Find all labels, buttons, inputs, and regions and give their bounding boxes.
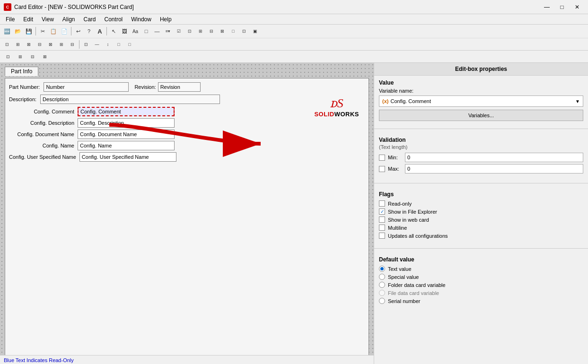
flag-webcard-row: Show in web card xyxy=(379,217,583,223)
description-input[interactable] xyxy=(40,95,220,104)
card-content: Part Number: Revision: Description: Conf… xyxy=(5,78,369,360)
radio-file-card xyxy=(379,290,385,296)
webcard-label: Show in web card xyxy=(388,217,429,223)
tb-paste[interactable]: 📄 xyxy=(59,26,70,36)
snap-4[interactable]: ⊠ xyxy=(40,52,50,62)
tb-save[interactable]: 💾 xyxy=(24,26,34,36)
config-name-label: Config. Name xyxy=(9,143,78,148)
menu-item-control[interactable]: Control xyxy=(101,15,127,24)
works-text: WORKS xyxy=(334,111,359,118)
menu-item-edit[interactable]: Edit xyxy=(19,15,37,24)
tb2-sep xyxy=(79,40,79,49)
file-explorer-checkbox[interactable]: ✓ xyxy=(379,208,385,215)
tb-x1[interactable]: ⊠ xyxy=(217,26,228,36)
maximize-button[interactable]: □ xyxy=(555,2,569,12)
radio-text-value[interactable] xyxy=(379,266,385,272)
divider-3 xyxy=(374,248,588,249)
part-info-tab[interactable]: Part Info xyxy=(5,67,38,76)
tb-rect[interactable]: □ xyxy=(141,26,151,36)
menu-item-window[interactable]: Window xyxy=(127,15,155,24)
min-input[interactable] xyxy=(405,153,583,162)
default-value-label: Default value xyxy=(379,256,583,263)
snap-1[interactable]: ⊡ xyxy=(3,52,13,62)
revision-label: Revision: xyxy=(134,84,156,90)
card-editor-panel: Part Info Part Number: Revision: Descrip… xyxy=(0,63,374,364)
menu-item-help[interactable]: Help xyxy=(156,15,176,24)
tb-new[interactable]: 🆕 xyxy=(2,26,12,36)
tb-select[interactable]: ↖ xyxy=(108,26,119,36)
file-explorer-checkmark: ✓ xyxy=(380,209,384,214)
tb-tab[interactable]: ⊟ xyxy=(206,26,217,36)
max-checkbox[interactable] xyxy=(379,166,385,172)
snap-toolbar: ⊡ ⊞ ⊟ ⊠ xyxy=(0,51,588,63)
tb-x4[interactable]: ▣ xyxy=(250,26,260,36)
radio-serial[interactable] xyxy=(379,298,385,304)
secondary-toolbar: ⊡ ⊞ ⊠ ⊟ ⊠ ⊞ ⊟ ⊡ — ↕ □ □ xyxy=(0,38,588,50)
tb2-11[interactable]: □ xyxy=(114,39,124,50)
updates-all-label: Updates all configurations xyxy=(388,233,448,239)
menu-item-view[interactable]: View xyxy=(38,15,58,24)
divider-1 xyxy=(374,129,588,129)
tb-x3[interactable]: ⊡ xyxy=(239,26,249,36)
max-input[interactable] xyxy=(405,164,583,173)
tb2-7[interactable]: ⊟ xyxy=(67,39,78,50)
tb-help[interactable]: ? xyxy=(84,26,94,36)
tb-font[interactable]: A xyxy=(95,26,105,36)
tb2-12[interactable]: □ xyxy=(124,39,135,50)
radio-folder-card[interactable] xyxy=(379,282,385,288)
snap-3[interactable]: ⊟ xyxy=(27,52,38,62)
right-panel: Edit-box properties Value Variable name:… xyxy=(374,63,588,364)
updates-all-checkbox[interactable] xyxy=(379,233,385,239)
config-comment-label: Config. Comment xyxy=(9,109,78,114)
main-toolbar: 🆕 📂 💾 ✂ 📋 📄 ↩ ? A ↖ 🖼 Aa □ — ≡▾ ☑ ⊡ ⊞ ⊟ … xyxy=(0,25,588,38)
tb-sep2 xyxy=(71,27,71,35)
divider-2 xyxy=(374,183,588,183)
tb2-6[interactable]: ⊞ xyxy=(56,39,67,50)
tb2-10[interactable]: ↕ xyxy=(103,39,113,50)
tb2-8[interactable]: ⊡ xyxy=(81,39,91,50)
radio-text-value-label: Text value xyxy=(388,266,412,272)
config-user-input[interactable] xyxy=(79,152,176,162)
menu-item-align[interactable]: Align xyxy=(59,15,79,24)
flag-file-explorer-row: ✓ Show in File Explorer xyxy=(379,208,583,215)
tb-list[interactable]: ⊡ xyxy=(184,26,195,36)
menu-item-file[interactable]: File xyxy=(2,15,18,24)
part-number-input[interactable] xyxy=(44,82,129,92)
tb-cb[interactable]: ☑ xyxy=(174,26,184,36)
tb-x2[interactable]: □ xyxy=(228,26,238,36)
revision-input[interactable] xyxy=(158,82,201,92)
tb2-2[interactable]: ⊞ xyxy=(13,39,23,50)
tb2-1[interactable]: ⊡ xyxy=(2,39,12,50)
variable-dropdown[interactable]: (x) Config. Comment ▼ xyxy=(379,95,583,107)
tb-copy[interactable]: 📋 xyxy=(48,26,59,36)
title-bar-left: C Card Editor - [NEW - SOLIDWORKS Part C… xyxy=(4,3,134,11)
radio-special-value[interactable] xyxy=(379,274,385,280)
tb-cut[interactable]: ✂ xyxy=(37,26,48,36)
minimize-button[interactable]: — xyxy=(540,2,554,12)
variables-button[interactable]: Variables... xyxy=(379,110,583,121)
tb-sep1 xyxy=(35,27,36,35)
min-checkbox[interactable] xyxy=(379,155,385,161)
tb-line1[interactable]: — xyxy=(152,26,162,36)
tb-open[interactable]: 📂 xyxy=(13,26,23,36)
menu-item-card[interactable]: Card xyxy=(80,15,100,24)
tb-undo[interactable]: ↩ xyxy=(73,26,83,36)
radio-text-value-row: Text value xyxy=(379,266,583,272)
tb2-5[interactable]: ⊠ xyxy=(45,39,56,50)
webcard-checkbox[interactable] xyxy=(379,217,385,223)
default-value-section: Default value Text value Special value F… xyxy=(374,252,588,310)
tb2-3[interactable]: ⊠ xyxy=(24,39,34,50)
readonly-checkbox[interactable] xyxy=(379,200,385,207)
tb-text[interactable]: Aa xyxy=(130,26,140,36)
snap-2[interactable]: ⊞ xyxy=(15,52,26,62)
tb-editbox[interactable]: ⊞ xyxy=(195,26,206,36)
tb2-4[interactable]: ⊟ xyxy=(35,39,45,50)
validation-section: Validation (Text length) Min: Max: xyxy=(374,133,588,179)
close-button[interactable]: ✕ xyxy=(570,2,584,12)
config-comment-input[interactable] xyxy=(78,107,175,116)
card-canvas[interactable]: Part Info Part Number: Revision: Descrip… xyxy=(0,63,374,364)
tb-image[interactable]: 🖼 xyxy=(119,26,130,36)
multiline-checkbox[interactable] xyxy=(379,225,385,231)
tb-combo[interactable]: ≡▾ xyxy=(163,26,173,36)
tb2-9[interactable]: — xyxy=(92,39,102,50)
